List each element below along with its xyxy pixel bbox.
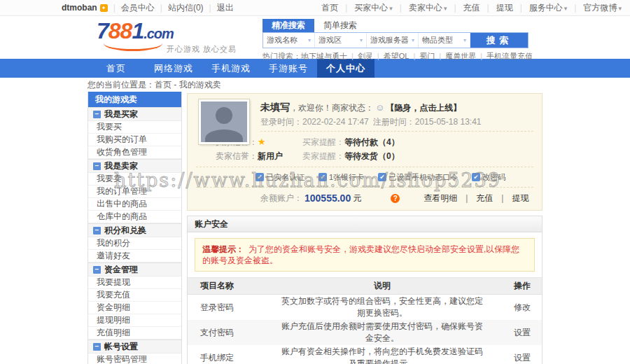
username-link[interactable]: dtmoban	[62, 0, 97, 15]
sidebar-item[interactable]: 我要充值	[88, 289, 181, 302]
site-logo[interactable]: 7881.com 开心游戏 放心交易	[97, 18, 244, 44]
balance-link[interactable]: 查看明细	[424, 191, 457, 205]
balance-link[interactable]: 提现	[493, 191, 528, 205]
sidebar-item[interactable]: 充值明细	[88, 327, 181, 340]
star-icon: ★	[258, 136, 266, 147]
search-select-1[interactable]: 游戏区▾	[315, 33, 367, 48]
topbar-link[interactable]: 充值	[447, 0, 479, 16]
page: dtmoban ✦ 会员中心站内信(0)退出 首页买家中心▾卖家中心▾充值提现服…	[0, 0, 630, 364]
topbar: dtmoban ✦ 会员中心站内信(0)退出 首页买家中心▾卖家中心▾充值提现服…	[0, 0, 630, 16]
badge-label: 已设置手机动态口令	[388, 171, 458, 183]
hot-search-link[interactable]: 蜀门	[409, 52, 435, 60]
hot-search-link[interactable]: 地下城与勇士	[301, 52, 347, 60]
search-tab-0[interactable]: 精准搜索	[262, 19, 314, 32]
topbar-left-links: 会员中心站内信(0)退出	[108, 0, 234, 15]
action-link[interactable]: 设置	[486, 345, 542, 364]
topbar-right-links: 首页买家中心▾卖家中心▾充值提现服务中心▾官方微博▾	[321, 0, 622, 16]
buyer-notice-value[interactable]: 等待付款（4）	[344, 137, 400, 147]
sidebar-item[interactable]: 我的积分	[88, 237, 181, 250]
verify-badge[interactable]: ✔已实名认证	[255, 171, 304, 183]
security-panel: 账户安全 温馨提示：为了您的资金和账号安全，游戏卖建议您尽快启动全部安全设置,以…	[187, 216, 542, 364]
sidebar-item[interactable]: 仓库中的商品	[88, 211, 181, 223]
seller-notice-label: 卖家提醒：	[302, 151, 344, 161]
sidebar-item[interactable]: 账号密码管理	[88, 354, 181, 364]
time-info: 登录时间：2022-02-24 17:47注册时间：2015-05-18 13:…	[260, 116, 533, 127]
hot-search-link[interactable]: 希望OL	[373, 52, 410, 60]
search-select-2[interactable]: 游戏服务器▾	[367, 33, 419, 48]
action-link[interactable]: 设置	[486, 320, 542, 345]
breadcrumb: 您的当前位置是：首页 - 我的游戏卖	[0, 78, 630, 92]
sidebar-group-label: 我是买家	[104, 108, 138, 120]
topbar-link[interactable]: 卖家中心▾	[393, 0, 447, 16]
topbar-link[interactable]: 退出	[204, 0, 234, 15]
topbar-link[interactable]: 买家中心▾	[338, 0, 393, 16]
hot-search-link[interactable]: 魔兽世界	[435, 52, 476, 60]
search-select-0[interactable]: 游戏名称▾	[263, 33, 315, 48]
avatar-body-shape	[205, 130, 243, 144]
sidebar-item[interactable]: 我要卖	[88, 173, 181, 186]
verify-badge[interactable]: ✔1张银行卡	[318, 171, 364, 183]
table-row: 手机绑定账户有资金相关操作时，将向您的手机免费发送验证码及重要操作提示。设置	[188, 345, 542, 364]
sidebar-item[interactable]: 邀请好友	[88, 250, 181, 262]
verify-badge[interactable]: ✔改密码	[472, 171, 505, 183]
select-label: 游戏名称	[267, 35, 298, 46]
sidebar-group-header[interactable]: −我是买家	[88, 107, 181, 121]
topbar-link[interactable]: 站内信(0)	[155, 0, 204, 15]
sidebar-item[interactable]: 资金明细	[88, 302, 181, 314]
hot-search-link[interactable]: 手机流量充值	[476, 52, 533, 60]
topbar-link[interactable]: 服务中心▾	[513, 0, 568, 16]
sidebar-item[interactable]: 出售中的商品	[88, 198, 181, 211]
tip-label: 温馨提示：	[202, 244, 244, 254]
sidebar-item[interactable]: 提现明细	[88, 314, 181, 327]
topbar-link[interactable]: 提现	[480, 0, 513, 16]
user-nickname: 未填写	[260, 102, 290, 113]
nav-item-1[interactable]: 网络游戏	[145, 59, 202, 78]
sidebar: 我的游戏卖 −我是买家我要买我购买的订单收货角色管理−我是卖家我要卖我的订单管理…	[88, 92, 182, 364]
go-online-link[interactable]: 【隐身，点击上线】	[386, 103, 461, 113]
verify-badge[interactable]: ✔已设置手机动态口令	[378, 171, 458, 183]
search-tab-1[interactable]: 简单搜索	[314, 19, 366, 32]
nav-item-4[interactable]: 个人中心	[317, 59, 374, 78]
search-select-3[interactable]: 物品类型▾	[419, 33, 470, 48]
divider	[196, 187, 533, 188]
sidebar-item[interactable]: 我购买的订单	[88, 134, 181, 146]
main-nav-list: 首页网络游戏手机游戏手游账号个人中心	[88, 59, 630, 78]
collapse-icon: −	[93, 111, 101, 118]
collapse-icon: −	[93, 227, 101, 234]
topbar-link[interactable]: 会员中心	[108, 0, 155, 15]
chevron-down-icon: ▾	[618, 5, 622, 12]
nav-item-0[interactable]: 首页	[88, 59, 145, 78]
chevron-down-icon: ▾	[308, 37, 311, 43]
action-link[interactable]: 修改	[486, 295, 542, 321]
avatar-head-shape	[216, 107, 232, 124]
sidebar-group-header[interactable]: −资金管理	[88, 262, 181, 276]
topbar-link[interactable]: 首页	[321, 0, 338, 16]
sidebar-group-header[interactable]: −积分和兑换	[88, 223, 181, 237]
topbar-link[interactable]: 官方微博▾	[567, 0, 622, 16]
reg-time-label: 注册时间：	[373, 117, 415, 127]
seller-notice-value[interactable]: 等待发货（0）	[344, 151, 400, 161]
sidebar-item[interactable]: 我要买	[88, 121, 181, 134]
avatar[interactable]	[199, 99, 249, 144]
sidebar-group-header[interactable]: −帐号设置	[88, 340, 181, 354]
divider	[260, 131, 533, 132]
hot-search-link[interactable]: 剑灵	[347, 52, 373, 60]
profile-info: 未填写，欢迎你！商家状态：☺【隐身，点击上线】 登录时间：2022-02-24 …	[260, 101, 533, 127]
sidebar-group-header[interactable]: −我是卖家	[88, 159, 181, 173]
logo-text: 7881.com	[97, 31, 174, 41]
security-table: 项目名称说明操作 登录密码英文加数字或符号的组合密码，安全性更高，建议您定期更换…	[188, 277, 542, 364]
sidebar-item[interactable]: 我的订单管理	[88, 186, 181, 198]
sidebar-group-label: 帐号设置	[104, 340, 138, 353]
table-header: 项目名称	[188, 278, 278, 295]
sidebar-item[interactable]: 我要提现	[88, 276, 181, 289]
balance-link[interactable]: 充值	[457, 191, 493, 205]
sidebar-item[interactable]: 收货角色管理	[88, 146, 181, 159]
help-icon[interactable]: ?	[391, 194, 400, 203]
check-icon: ✔	[255, 173, 264, 181]
nav-item-3[interactable]: 手游账号	[260, 59, 317, 78]
nav-item-2[interactable]: 手机游戏	[202, 59, 260, 78]
profile-name-row: 未填写，欢迎你！商家状态：☺【隐身，点击上线】	[260, 101, 533, 114]
item-desc-cell: 英文加数字或符号的组合密码，安全性更高，建议您定期更换密码。	[278, 295, 486, 321]
login-time-label: 登录时间：	[260, 117, 302, 127]
search-button[interactable]: 搜索	[470, 33, 528, 48]
